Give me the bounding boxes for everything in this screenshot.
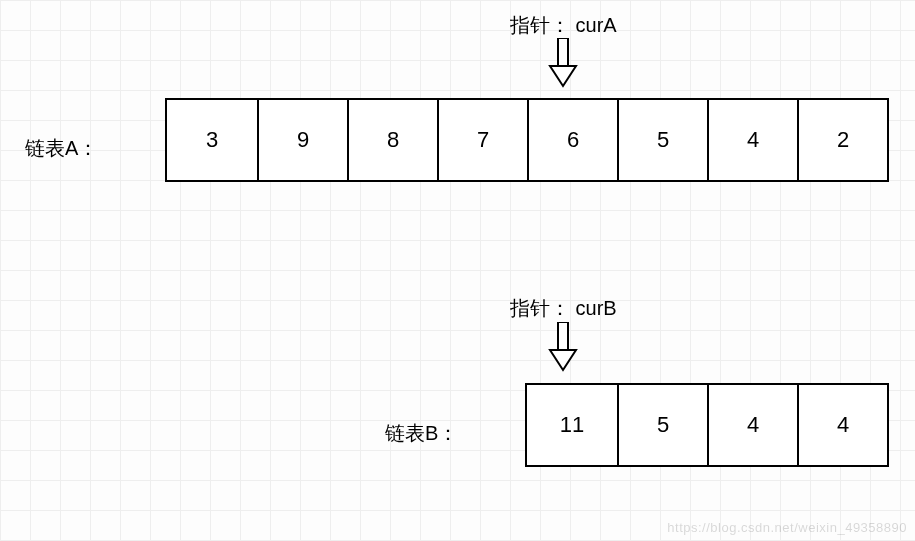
arrow-down-icon xyxy=(548,322,578,372)
list-a-cell: 6 xyxy=(527,100,617,180)
linked-list-b: 11 5 4 4 xyxy=(525,383,889,467)
list-a-cell: 9 xyxy=(257,100,347,180)
svg-rect-0 xyxy=(558,38,568,66)
list-b-cell: 11 xyxy=(527,385,617,465)
list-a-cell: 3 xyxy=(167,100,257,180)
pointer-a-label: 指针： curA xyxy=(510,12,617,39)
list-a-cell: 7 xyxy=(437,100,527,180)
list-b-cell: 4 xyxy=(707,385,797,465)
list-b-cell: 5 xyxy=(617,385,707,465)
list-a-cell: 4 xyxy=(707,100,797,180)
list-a-cell: 8 xyxy=(347,100,437,180)
list-a-cell: 2 xyxy=(797,100,887,180)
linked-list-a: 3 9 8 7 6 5 4 2 xyxy=(165,98,889,182)
pointer-b-prefix: 指针： xyxy=(510,297,570,319)
pointer-a-name: curA xyxy=(576,14,617,36)
list-a-label: 链表A： xyxy=(25,135,98,162)
list-a-cell: 5 xyxy=(617,100,707,180)
arrow-down-icon xyxy=(548,38,578,88)
list-b-cell: 4 xyxy=(797,385,887,465)
pointer-a-prefix: 指针： xyxy=(510,14,570,36)
pointer-b-label: 指针： curB xyxy=(510,295,617,322)
list-b-label: 链表B： xyxy=(385,420,458,447)
svg-rect-2 xyxy=(558,322,568,350)
pointer-b-name: curB xyxy=(576,297,617,319)
watermark-text: https://blog.csdn.net/weixin_49358890 xyxy=(667,520,907,535)
svg-marker-1 xyxy=(550,66,576,86)
svg-marker-3 xyxy=(550,350,576,370)
